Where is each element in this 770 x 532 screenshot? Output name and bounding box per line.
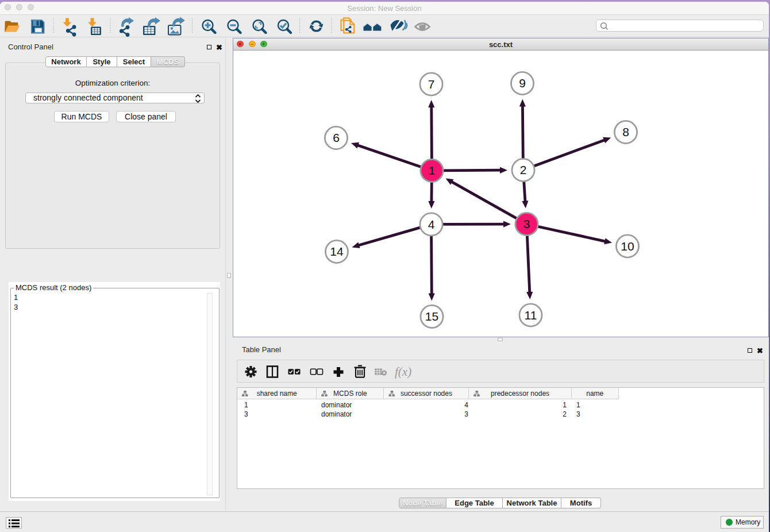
svg-text:9: 9 bbox=[519, 76, 526, 90]
svg-text:2: 2 bbox=[520, 163, 527, 176]
svg-text:7: 7 bbox=[428, 78, 435, 91]
svg-text:4: 4 bbox=[428, 218, 435, 231]
svg-text:3: 3 bbox=[523, 217, 530, 230]
svg-text:1: 1 bbox=[429, 164, 436, 177]
svg-text:10: 10 bbox=[621, 240, 634, 253]
svg-text:15: 15 bbox=[425, 310, 438, 323]
svg-text:6: 6 bbox=[333, 131, 340, 144]
svg-text:11: 11 bbox=[525, 309, 537, 322]
svg-text:14: 14 bbox=[330, 245, 344, 258]
svg-text:8: 8 bbox=[622, 125, 629, 138]
svg-text:f(x): f(x) bbox=[395, 365, 411, 379]
